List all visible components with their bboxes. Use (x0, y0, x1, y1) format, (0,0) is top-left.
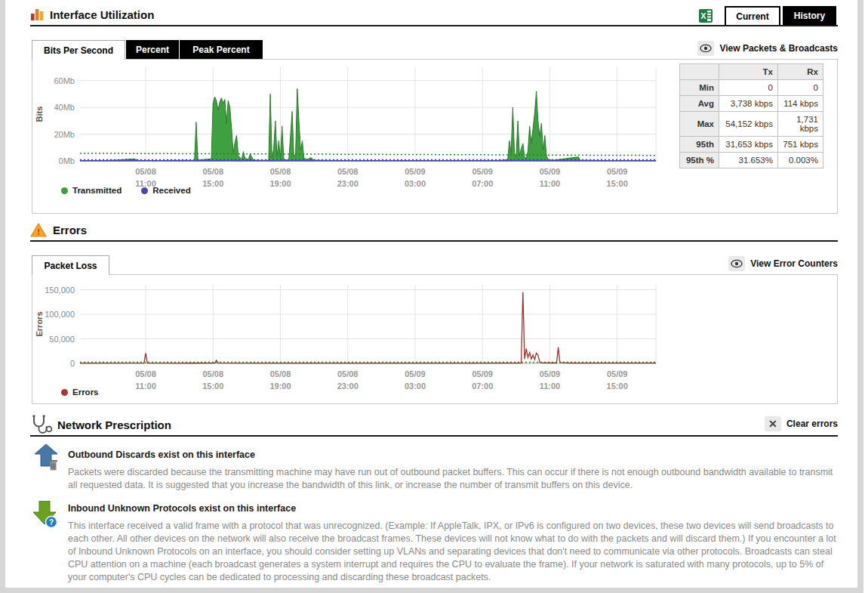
page-title: Interface Utilization (50, 8, 154, 21)
tab-peak-percent-label: Peak Percent (192, 45, 249, 55)
svg-text:100,000: 100,000 (45, 310, 75, 319)
stats-max-tx: 54,152 kbps (719, 112, 778, 137)
svg-text:05/08: 05/08 (270, 369, 291, 378)
left-page-gutter (0, 0, 5, 593)
packet-loss-chart: 050,000100,000150,00005/0811:0005/0815:0… (32, 275, 704, 402)
svg-text:05/08: 05/08 (202, 167, 223, 176)
stats-label-95th: 95th (680, 137, 719, 153)
stats-header-blank (680, 64, 719, 80)
table-row: 95th % 31.653% 0.003% (680, 153, 823, 168)
svg-text:Errors: Errors (35, 311, 44, 336)
view-error-counters-label: View Error Counters (750, 258, 838, 269)
table-row: 95th 31,653 kbps 751 kbps (680, 137, 823, 153)
legend-item-errors: Errors (61, 388, 99, 397)
svg-text:0: 0 (70, 359, 75, 368)
tab-history[interactable]: History (783, 6, 836, 25)
tab-packet-loss[interactable]: Packet Loss (32, 255, 109, 275)
legend-errors-label: Errors (72, 388, 99, 397)
svg-text:05/08: 05/08 (337, 369, 359, 378)
advisory-body-inbound-unknown: This interface received a valid frame wi… (68, 520, 836, 584)
svg-text:05/08: 05/08 (202, 369, 223, 378)
svg-text:05/09: 05/09 (540, 369, 561, 378)
advisory-body-outbound-discards: Packets were discarded because the trans… (68, 466, 836, 492)
svg-text:0Mb: 0Mb (59, 156, 75, 165)
transmitted-dot-icon (61, 187, 68, 194)
stats-label-avg: Avg (680, 96, 719, 112)
errors-legend: Errors (61, 388, 99, 397)
legend-item-transmitted: Transmitted (61, 186, 122, 195)
scrollbar-track[interactable] (857, 0, 863, 588)
warning-triangle-icon: ! (30, 223, 47, 238)
svg-text:15:00: 15:00 (607, 179, 628, 188)
errors-panel: 050,000100,000150,00005/0811:0005/0815:0… (32, 274, 838, 404)
stats-95th-pct-rx: 0.003% (778, 153, 823, 168)
svg-text:03:00: 03:00 (405, 381, 426, 391)
tab-current[interactable]: Current (725, 6, 780, 25)
tab-current-label: Current (736, 11, 768, 22)
clear-errors-label: Clear errors (786, 418, 838, 429)
view-error-counters-link[interactable]: View Error Counters (728, 256, 838, 271)
advisory-title-inbound-unknown: Inbound Unknown Protocols exist on this … (68, 503, 296, 514)
table-row: Avg 3,738 kbps 114 kbps (680, 96, 823, 112)
svg-text:19:00: 19:00 (269, 381, 291, 391)
stats-avg-rx: 114 kbps (778, 96, 823, 112)
svg-text:07:00: 07:00 (472, 179, 493, 188)
svg-text:05/09: 05/09 (405, 167, 426, 176)
stats-header-tx: Tx (719, 64, 778, 80)
eye-icon[interactable] (697, 41, 714, 56)
stats-95th-tx: 31,653 kbps (719, 137, 778, 153)
svg-text:05/09: 05/09 (607, 167, 628, 176)
stats-min-rx: 0 (778, 80, 823, 96)
svg-text:50,000: 50,000 (49, 335, 75, 344)
svg-text:11:00: 11:00 (135, 381, 156, 391)
interface-utilization-page: Interface Utilization X Current History … (0, 0, 868, 593)
stats-header-rx: Rx (778, 64, 823, 80)
svg-text:23:00: 23:00 (337, 381, 359, 391)
svg-text:05/08: 05/08 (135, 369, 156, 378)
tab-bits-per-second[interactable]: Bits Per Second (32, 40, 125, 60)
view-packets-broadcasts-link[interactable]: View Packets & Broadcasts (697, 41, 838, 56)
bottom-page-gutter (5, 588, 863, 593)
stats-min-tx: 0 (719, 80, 778, 96)
legend-transmitted-label: Transmitted (72, 186, 122, 195)
tab-history-label: History (794, 11, 825, 21)
svg-text:19:00: 19:00 (269, 179, 291, 188)
svg-text:15:00: 15:00 (202, 381, 223, 391)
errors-dot-icon (61, 389, 68, 396)
svg-text:11:00: 11:00 (540, 179, 561, 188)
clear-x-icon[interactable]: ✕ (765, 416, 781, 431)
svg-text:Bits: Bits (35, 107, 44, 122)
svg-text:23:00: 23:00 (337, 179, 359, 188)
clear-errors-link[interactable]: ✕ Clear errors (765, 416, 838, 431)
down-arrow-question-icon: ? (33, 501, 59, 530)
stats-95th-pct-tx: 31.653% (719, 153, 778, 168)
bar-chart-icon (30, 7, 45, 21)
svg-text:40Mb: 40Mb (54, 103, 75, 112)
utilization-stats-table: Tx Rx Min 0 0 Avg 3,738 kbps 114 kbps Ma… (679, 63, 823, 168)
stats-label-max: Max (680, 112, 719, 137)
eye-icon[interactable] (728, 256, 745, 271)
svg-text:05/09: 05/09 (472, 167, 493, 176)
excel-export-icon[interactable]: X (699, 9, 713, 23)
svg-text:15:00: 15:00 (607, 381, 628, 391)
tab-percent[interactable]: Percent (126, 40, 179, 59)
stats-label-min: Min (680, 80, 719, 96)
svg-text:150,000: 150,000 (45, 286, 75, 295)
stats-avg-tx: 3,738 kbps (719, 96, 778, 112)
advisory-title-outbound-discards: Outbound Discards exist on this interfac… (68, 449, 255, 460)
table-row: Max 54,152 kbps 1,731 kbps (680, 112, 823, 137)
svg-text:05/09: 05/09 (540, 167, 561, 176)
tab-bits-per-second-label: Bits Per Second (44, 45, 113, 56)
errors-section-title: Errors (53, 224, 87, 236)
table-row: Tx Rx (680, 64, 823, 80)
stats-max-rx: 1,731 kbps (778, 112, 823, 137)
svg-text:20Mb: 20Mb (54, 130, 75, 139)
tab-peak-percent[interactable]: Peak Percent (180, 40, 263, 59)
stats-label-95th-pct: 95th % (680, 153, 719, 168)
svg-text:?: ? (49, 518, 54, 527)
legend-received-label: Received (152, 186, 191, 195)
received-dot-icon (141, 187, 148, 194)
legend-item-received: Received (141, 186, 191, 195)
svg-text:05/09: 05/09 (405, 369, 426, 378)
view-packets-broadcasts-label: View Packets & Broadcasts (719, 43, 838, 54)
